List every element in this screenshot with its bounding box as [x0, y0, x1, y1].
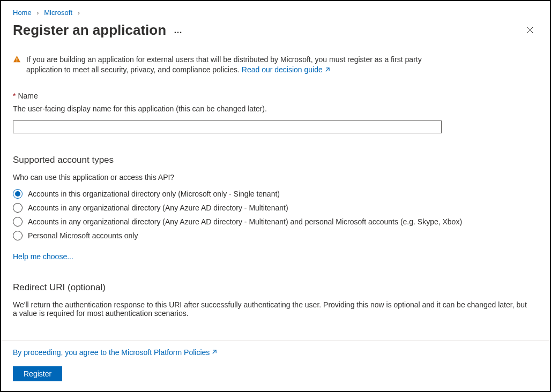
name-label: *Name — [13, 92, 538, 100]
radio-label: Accounts in this organizational director… — [28, 190, 280, 198]
name-input[interactable] — [13, 120, 442, 133]
breadcrumb-microsoft[interactable]: Microsoft — [44, 9, 72, 17]
warning-text: If you are building an application for e… — [26, 55, 452, 76]
name-description: The user-facing display name for this ap… — [13, 104, 538, 113]
account-type-option[interactable]: Accounts in any organizational directory… — [13, 217, 538, 227]
main-content: If you are building an application for e… — [1, 44, 550, 340]
close-button[interactable] — [522, 23, 538, 38]
required-asterisk: * — [13, 92, 16, 100]
warning-banner: If you are building an application for e… — [13, 55, 452, 76]
platform-policies-link[interactable]: By proceeding, you agree to the Microsof… — [13, 348, 217, 357]
close-icon — [526, 27, 534, 35]
radio-indicator — [13, 217, 23, 227]
page-title-text: Register an application — [13, 22, 166, 39]
chevron-right-icon: › — [78, 9, 80, 17]
breadcrumb: Home › Microsoft › — [1, 1, 550, 20]
radio-indicator — [13, 231, 23, 240]
radio-indicator — [13, 203, 23, 213]
name-section: *Name The user-facing display name for t… — [13, 92, 538, 133]
redirect-description: We'll return the authentication response… — [13, 300, 527, 318]
radio-label: Accounts in any organizational directory… — [28, 217, 462, 226]
radio-indicator — [13, 189, 23, 199]
account-types-section: Supported account types Who can use this… — [13, 155, 538, 261]
external-link-icon — [211, 348, 217, 357]
breadcrumb-home[interactable]: Home — [13, 9, 32, 17]
warning-message: If you are building an application for e… — [26, 55, 422, 74]
page-header: Register an application … — [1, 20, 550, 44]
warning-icon — [13, 55, 21, 76]
page-title: Register an application … — [13, 22, 183, 39]
chevron-right-icon: › — [36, 9, 39, 17]
account-type-option[interactable]: Accounts in this organizational director… — [13, 189, 538, 199]
svg-rect-1 — [17, 61, 18, 62]
radio-label: Accounts in any organizational directory… — [28, 203, 288, 212]
redirect-section: Redirect URI (optional) We'll return the… — [13, 282, 538, 318]
register-button[interactable]: Register — [13, 366, 62, 381]
decision-guide-link[interactable]: Read our decision guide — [242, 65, 330, 74]
account-types-heading: Supported account types — [13, 155, 538, 165]
account-type-option[interactable]: Accounts in any organizational directory… — [13, 203, 538, 213]
account-types-subtext: Who can use this application or access t… — [13, 173, 538, 182]
account-types-radio-group: Accounts in this organizational director… — [13, 189, 538, 240]
footer: By proceeding, you agree to the Microsof… — [1, 340, 550, 391]
redirect-heading: Redirect URI (optional) — [13, 282, 538, 293]
more-icon[interactable]: … — [174, 26, 183, 35]
svg-rect-0 — [17, 58, 18, 61]
external-link-icon — [324, 65, 330, 76]
account-type-option[interactable]: Personal Microsoft accounts only — [13, 231, 538, 240]
help-choose-link[interactable]: Help me choose... — [13, 252, 73, 261]
radio-label: Personal Microsoft accounts only — [28, 231, 138, 240]
